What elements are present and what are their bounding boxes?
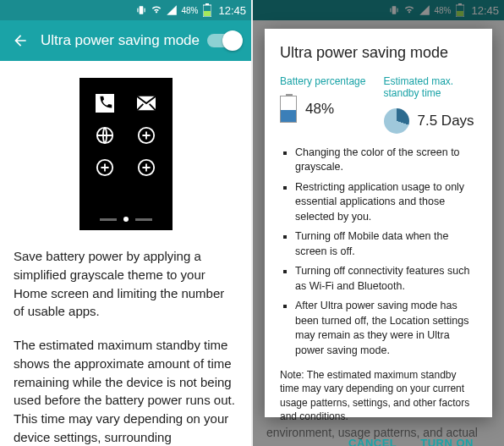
cancel-button[interactable]: CANCEL [345, 432, 400, 446]
clock: 12:45 [218, 4, 246, 17]
battery-pct: 48% [181, 6, 198, 15]
battery-metric-value: 48% [305, 101, 334, 118]
standby-metric-value: 7.5 Days [418, 113, 474, 129]
list-item: Turning off connectivity features such a… [295, 264, 477, 294]
standby-pie-icon [384, 108, 409, 134]
mail-app-icon [136, 93, 156, 113]
list-item: After Ultra power saving mode has been t… [295, 299, 477, 358]
battery-icon [201, 4, 213, 16]
signal-icon [166, 4, 178, 16]
app-bar: Ultra power saving mode [0, 20, 251, 61]
svg-rect-5 [204, 11, 211, 16]
standby-metric-label: Estimated max. standby time [384, 75, 478, 100]
svg-rect-0 [140, 6, 144, 14]
add-app-icon [136, 125, 156, 146]
intro-paragraph: Save battery power by applying a simplif… [14, 247, 238, 321]
content-area: Save battery power by applying a simplif… [0, 61, 251, 446]
wifi-icon [151, 4, 162, 16]
appbar-title: Ultra power saving mode [41, 32, 207, 49]
dialog-note: Note: The estimated maximum standby time… [280, 368, 477, 423]
standby-paragraph: The estimated maximum standby time shows… [14, 336, 238, 446]
standby-metric: Estimated max. standby time 7.5 Days [384, 75, 478, 134]
confirm-dialog: Ultra power saving mode Battery percenta… [265, 29, 492, 417]
add-app-icon [136, 157, 156, 178]
left-screen: 48% 12:45 Ultra power saving mode Save b… [0, 0, 251, 446]
battery-level-icon [280, 96, 297, 123]
status-bar: 48% 12:45 [0, 0, 251, 20]
svg-rect-1 [138, 8, 139, 13]
vibrate-icon [135, 4, 147, 16]
svg-rect-6 [96, 94, 114, 113]
svg-rect-2 [145, 8, 145, 13]
phone-app-icon [95, 93, 115, 113]
grayscale-phone-preview [79, 78, 173, 230]
list-item: Restricting application usage to only es… [295, 180, 477, 225]
battery-metric: Battery percentage 48% [280, 75, 374, 134]
browser-app-icon [95, 125, 115, 146]
feature-list: Changing the color of the screen to gray… [280, 146, 477, 364]
turn-on-button[interactable]: TURN ON [417, 432, 477, 446]
mode-toggle[interactable] [207, 34, 241, 47]
battery-metric-label: Battery percentage [280, 75, 374, 87]
dialog-title: Ultra power saving mode [280, 44, 477, 62]
svg-rect-4 [205, 3, 209, 5]
list-item: Turning off Mobile data when the screen … [295, 229, 477, 259]
list-item: Changing the color of the screen to gray… [295, 146, 477, 175]
right-screen: 48% 12:45 environment, usage patterns, a… [253, 0, 504, 446]
add-app-icon [95, 157, 115, 178]
back-button[interactable] [10, 30, 30, 51]
